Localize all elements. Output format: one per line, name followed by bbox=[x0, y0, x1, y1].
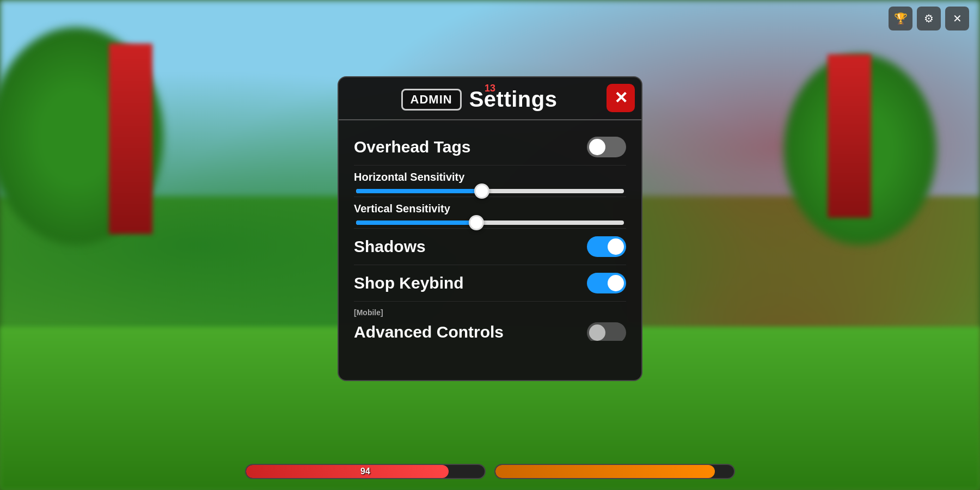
settings-content[interactable]: Overhead Tags Horizontal Sensitivity Ver… bbox=[339, 120, 641, 350]
settings-panel: ADMIN Settings 13 ✕ Overhead Tags Horizo… bbox=[338, 76, 642, 381]
horizontal-sensitivity-section: Horizontal Sensitivity bbox=[354, 166, 626, 197]
vertical-sensitivity-fill bbox=[356, 220, 476, 225]
shadows-knob bbox=[608, 238, 624, 255]
advanced-controls-row: Advanced Controls bbox=[354, 319, 626, 341]
shop-keybind-label: Shop Keybind bbox=[354, 274, 464, 292]
mobile-section: [Mobile] bbox=[354, 302, 626, 319]
overhead-tags-row: Overhead Tags bbox=[354, 129, 626, 166]
shop-keybind-knob bbox=[608, 275, 624, 291]
horizontal-sensitivity-fill bbox=[356, 189, 482, 193]
advanced-controls-toggle[interactable] bbox=[587, 322, 626, 341]
vertical-sensitivity-section: Vertical Sensitivity bbox=[354, 197, 626, 229]
title-bar: ADMIN Settings 13 ✕ bbox=[339, 77, 641, 119]
badge-number: 13 bbox=[485, 83, 495, 94]
horizontal-sensitivity-label: Horizontal Sensitivity bbox=[354, 171, 626, 183]
mobile-label: [Mobile] bbox=[354, 306, 626, 319]
advanced-controls-knob bbox=[589, 324, 605, 341]
shadows-row: Shadows bbox=[354, 229, 626, 265]
vertical-sensitivity-track[interactable] bbox=[356, 220, 624, 225]
horizontal-sensitivity-thumb[interactable] bbox=[474, 183, 489, 199]
shadows-label: Shadows bbox=[354, 237, 426, 256]
shop-keybind-row: Shop Keybind bbox=[354, 265, 626, 302]
overhead-tags-knob bbox=[589, 139, 605, 155]
close-icon: ✕ bbox=[614, 90, 628, 106]
advanced-controls-label: Advanced Controls bbox=[354, 323, 504, 341]
overhead-tags-toggle[interactable] bbox=[587, 137, 626, 157]
close-button[interactable]: ✕ bbox=[607, 84, 635, 112]
modal-overlay: ADMIN Settings 13 ✕ Overhead Tags Horizo… bbox=[0, 0, 980, 490]
settings-title: Settings bbox=[469, 87, 558, 112]
horizontal-sensitivity-track[interactable] bbox=[356, 189, 624, 193]
shop-keybind-toggle[interactable] bbox=[587, 273, 626, 293]
shadows-toggle[interactable] bbox=[587, 236, 626, 257]
admin-badge: ADMIN bbox=[401, 89, 462, 111]
vertical-sensitivity-thumb[interactable] bbox=[469, 215, 484, 230]
vertical-sensitivity-label: Vertical Sensitivity bbox=[354, 203, 626, 215]
overhead-tags-label: Overhead Tags bbox=[354, 138, 471, 156]
